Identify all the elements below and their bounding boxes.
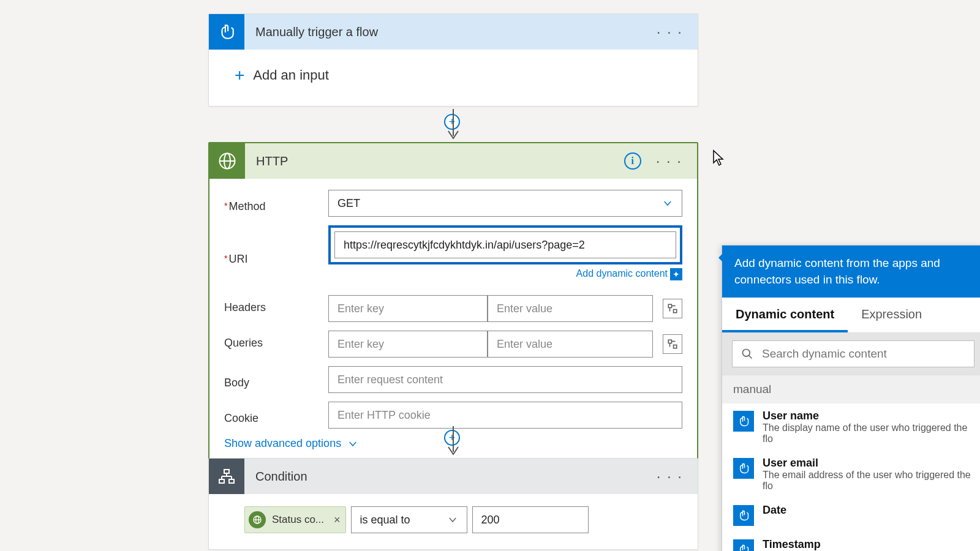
svg-rect-10 xyxy=(219,479,224,483)
add-input-button[interactable]: + Add an input xyxy=(209,50,698,106)
uri-focus-frame xyxy=(328,225,682,264)
connector-2: + xyxy=(452,426,454,458)
uri-input[interactable] xyxy=(334,231,676,258)
add-dynamic-content-link[interactable]: Add dynamic content✦ xyxy=(328,268,682,280)
dynamic-item[interactable]: User emailThe email address of the user … xyxy=(722,451,980,498)
branch-icon xyxy=(209,459,244,494)
dynamic-content-panel: Add dynamic content from the apps and co… xyxy=(722,245,980,551)
dynamic-tabs: Dynamic content Expression xyxy=(722,298,980,333)
info-icon[interactable]: i xyxy=(624,152,641,170)
dynamic-item-title: User name xyxy=(763,410,973,422)
body-label: Body xyxy=(224,370,328,389)
trigger-header[interactable]: Manually trigger a flow · · · xyxy=(209,14,698,50)
condition-value-pill[interactable]: Status co... × xyxy=(244,506,346,533)
svg-line-20 xyxy=(749,356,752,359)
query-value-input[interactable] xyxy=(488,331,653,358)
condition-menu-button[interactable]: · · · xyxy=(653,468,687,485)
svg-rect-11 xyxy=(229,479,234,483)
globe-icon xyxy=(249,511,266,528)
dynamic-item-desc: The email address of the user who trigge… xyxy=(763,470,973,492)
svg-rect-7 xyxy=(674,345,677,348)
dynamic-item[interactable]: TimestampThe time the flow was triggered… xyxy=(722,532,980,551)
headers-switch-button[interactable] xyxy=(663,299,682,318)
search-icon xyxy=(741,348,753,360)
add-input-label: Add an input xyxy=(253,67,329,83)
http-header[interactable]: HTTP i · · · xyxy=(209,143,697,179)
tab-expression[interactable]: Expression xyxy=(848,298,935,332)
pill-remove-button[interactable]: × xyxy=(330,514,341,527)
dynamic-item-title: Date xyxy=(763,504,786,517)
svg-rect-9 xyxy=(224,470,229,473)
condition-value-input[interactable] xyxy=(472,506,589,533)
body-input[interactable] xyxy=(328,366,682,393)
dynamic-item-desc: The display name of the user who trigger… xyxy=(763,422,973,444)
dynamic-section-manual: manual xyxy=(722,375,980,403)
cookie-label: Cookie xyxy=(224,406,328,425)
svg-rect-5 xyxy=(674,310,677,313)
dynamic-badge-icon: ✦ xyxy=(670,268,682,280)
chevron-down-icon xyxy=(347,438,358,449)
condition-card: Condition · · · Status co... × is equal … xyxy=(208,458,698,550)
queries-switch-button[interactable] xyxy=(663,334,682,354)
pointer-icon xyxy=(209,14,244,50)
connector-1: + xyxy=(452,109,454,142)
operator-value: is equal to xyxy=(360,514,410,527)
pill-label: Status co... xyxy=(272,514,324,526)
dynamic-item-title: User email xyxy=(763,457,973,470)
globe-icon xyxy=(209,143,245,179)
trigger-card: Manually trigger a flow · · · + Add an i… xyxy=(208,13,698,107)
trigger-title: Manually trigger a flow xyxy=(244,25,653,39)
pointer-icon xyxy=(733,539,754,551)
show-advanced-label: Show advanced options xyxy=(224,437,341,450)
svg-rect-4 xyxy=(668,304,671,307)
headers-label: Headers xyxy=(224,295,328,314)
method-value: GET xyxy=(337,197,360,210)
trigger-menu-button[interactable]: · · · xyxy=(653,23,687,40)
pointer-icon xyxy=(733,458,754,479)
svg-point-19 xyxy=(743,350,750,357)
http-card: HTTP i · · · Method GET URI xyxy=(208,142,698,466)
cookie-input[interactable] xyxy=(328,402,682,429)
header-value-input[interactable] xyxy=(488,295,653,322)
dynamic-item-title: Timestamp xyxy=(763,538,902,551)
mouse-cursor-icon xyxy=(712,149,725,170)
dynamic-item[interactable]: Date xyxy=(722,498,980,532)
chevron-down-icon xyxy=(447,514,458,525)
chevron-down-icon xyxy=(662,198,673,209)
method-label: Method xyxy=(224,194,328,213)
condition-title: Condition xyxy=(244,470,653,484)
pointer-icon xyxy=(733,505,754,526)
http-menu-button[interactable]: · · · xyxy=(652,152,686,170)
svg-rect-6 xyxy=(668,340,671,343)
pointer-icon xyxy=(733,411,754,432)
dynamic-search-input[interactable] xyxy=(762,347,965,361)
http-title: HTTP xyxy=(245,154,624,168)
uri-label: URI xyxy=(224,247,328,266)
dynamic-panel-header: Add dynamic content from the apps and co… xyxy=(722,246,980,298)
header-key-input[interactable] xyxy=(328,295,488,322)
tab-dynamic-content[interactable]: Dynamic content xyxy=(722,298,848,332)
condition-operator-select[interactable]: is equal to xyxy=(351,506,467,533)
condition-header[interactable]: Condition · · · xyxy=(209,459,698,494)
queries-label: Queries xyxy=(224,331,328,350)
plus-icon: + xyxy=(235,66,244,85)
dynamic-item[interactable]: User nameThe display name of the user wh… xyxy=(722,403,980,451)
query-key-input[interactable] xyxy=(328,331,488,358)
method-select[interactable]: GET xyxy=(328,190,682,217)
dynamic-search[interactable] xyxy=(732,340,974,367)
